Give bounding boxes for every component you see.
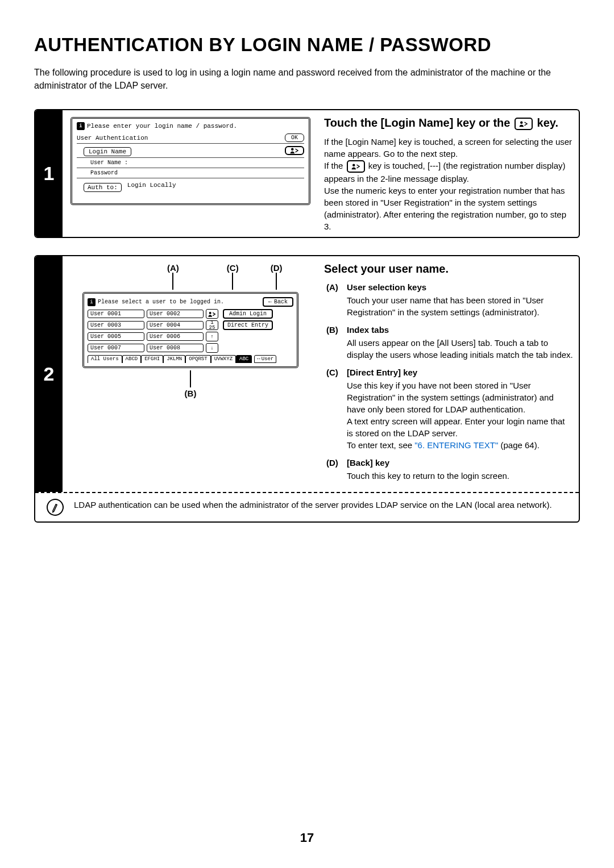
step2-heading: Select your user name. [324, 262, 573, 276]
step1-prompt: Please enter your login name / password. [87, 123, 237, 130]
ok-button[interactable]: OK [285, 133, 304, 142]
user-key[interactable]: User 0008 [147, 344, 204, 352]
user-key[interactable]: User 0004 [147, 321, 204, 329]
login-name-key[interactable]: Login Name [84, 147, 131, 156]
step1-body3: Use the numeric keys to enter your regis… [324, 185, 573, 232]
user-key-icon-inline-2 [347, 160, 365, 173]
step-1: 1 i Please enter your login name / passw… [34, 109, 580, 238]
scroll-down-button[interactable]: ↓ [206, 343, 218, 353]
back-button[interactable]: Back [263, 297, 293, 307]
step1-heading: Touch the [Login Name] key or the key. [324, 116, 573, 130]
step2-screenshot: i Please select a user to be logged in. … [82, 292, 298, 368]
page-number: 17 [0, 831, 614, 845]
tab-uvwxyz[interactable]: UVWXYZ [211, 355, 236, 363]
svg-point-1 [520, 122, 523, 124]
toggle-arrow-icon [257, 356, 260, 362]
user-name-label: User Name [90, 160, 121, 166]
user-key[interactable]: User 0001 [88, 310, 144, 318]
user-key[interactable]: User 0005 [88, 332, 144, 341]
index-tabs: All Users ABCD EFGHI JKLMN OPQRST UVWXYZ… [88, 355, 293, 363]
callout-b: (B) [185, 370, 197, 398]
desc-b: (B) Index tabs All users appear on the [… [326, 324, 573, 361]
step2-prompt: Please select a user to be logged in. [98, 299, 224, 305]
tab-efghi[interactable]: EFGHI [141, 355, 163, 363]
intro-text: The following procedure is used to log i… [34, 66, 580, 92]
user-key[interactable]: User 0003 [88, 321, 144, 329]
page-indicator: 1 25 [206, 320, 218, 330]
user-toggle[interactable]: User [254, 355, 276, 363]
admin-login-button[interactable]: Admin Login [223, 309, 273, 319]
info-icon: i [77, 122, 85, 130]
step-2: 2 (A) (C) (D) i Please select a user to … [34, 255, 580, 523]
ldap-note: LDAP authentication can be used when the… [35, 499, 579, 521]
step1-body2: If the key is touched, [---] (the regist… [324, 160, 573, 185]
callouts-top: (A) (C) (D) [70, 263, 310, 290]
svg-point-0 [291, 148, 294, 151]
tab-opqrst[interactable]: OPQRST [185, 355, 210, 363]
back-arrow-icon [268, 299, 272, 305]
password-label: Password [90, 170, 118, 176]
auth-target: Login Locally [127, 182, 176, 189]
user-number-key-small[interactable] [206, 309, 218, 319]
svg-point-2 [352, 164, 355, 167]
tab-all-users[interactable]: All Users [88, 355, 122, 363]
auth-label: User Authentication [77, 135, 148, 141]
user-name-sep: : [125, 160, 128, 166]
tab-abc-dark[interactable]: ABC [236, 355, 252, 363]
user-key[interactable]: User 0002 [147, 310, 204, 318]
scroll-up-button[interactable]: ↑ [206, 332, 218, 341]
step1-screenshot: i Please enter your login name / passwor… [70, 117, 310, 205]
user-key-icon [289, 147, 300, 154]
user-key[interactable]: User 0007 [88, 344, 144, 352]
direct-entry-button[interactable]: Direct Entry [223, 320, 273, 330]
user-key[interactable]: User 0006 [147, 332, 204, 341]
desc-c-link-line: To enter text, see "6. ENTERING TEXT" (p… [347, 439, 573, 451]
svg-point-3 [209, 312, 211, 314]
step-2-number: 2 [35, 256, 63, 492]
tab-jklmn[interactable]: JKLMN [163, 355, 185, 363]
user-key-icon-inline [515, 118, 533, 130]
pencil-note-icon [44, 496, 66, 518]
desc-c: (C) [Direct Entry] key Use this key if y… [326, 366, 573, 451]
entering-text-link[interactable]: "6. ENTERING TEXT" [414, 440, 498, 450]
auth-to-key[interactable]: Auth to: [84, 183, 122, 192]
tab-abcd[interactable]: ABCD [122, 355, 142, 363]
desc-a: (A) User selection keys Touch your user … [326, 281, 573, 318]
desc-d: (D) [Back] key Touch this key to return … [326, 457, 573, 482]
step1-body1: If the [Login Name] key is touched, a sc… [324, 136, 573, 160]
note-divider [35, 492, 579, 493]
step-1-number: 1 [35, 110, 63, 237]
info-icon: i [88, 298, 96, 306]
page-title: AUTHENTICATION BY LOGIN NAME / PASSWORD [34, 34, 580, 56]
user-number-key[interactable] [285, 146, 304, 155]
